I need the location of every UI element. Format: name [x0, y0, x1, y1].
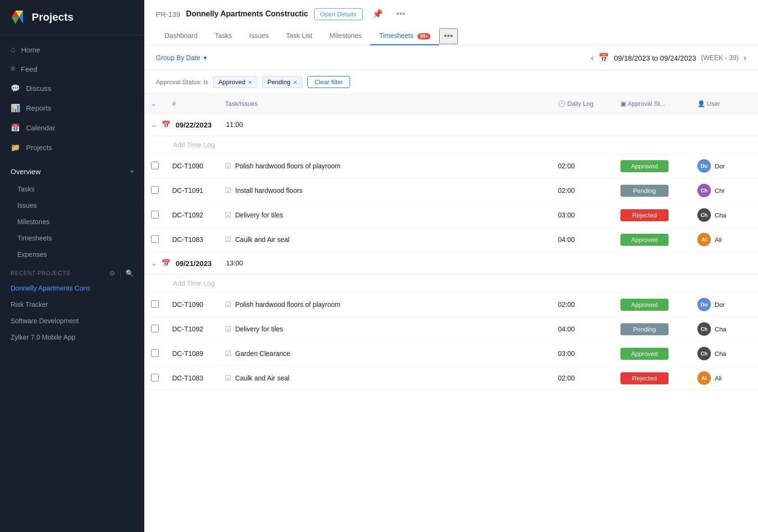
task-icon: ☑ — [225, 235, 231, 244]
task-checkbox[interactable] — [151, 211, 159, 218]
avatar: Do — [697, 298, 711, 311]
row-checkbox-cell — [144, 228, 165, 252]
more-options-icon[interactable]: ••• — [392, 7, 409, 21]
th-daily-log: 🕐 Daily Log — [551, 94, 614, 114]
task-icon: ☑ — [225, 162, 231, 170]
filter-label: Approval Status: Is — [156, 78, 208, 86]
avatar: Al — [697, 233, 711, 246]
date-group-row: ⌄ 📅 09/22/2023 11:00 — [144, 114, 758, 136]
main-content: PR-139 Donnelly Apartments Constructic O… — [144, 0, 758, 532]
user-name: Cha — [715, 326, 726, 333]
collapse-all-icon[interactable]: ⌄ — [151, 100, 156, 107]
approval-badge: Approved — [620, 348, 669, 360]
sidebar-overview-label: Overview — [11, 167, 41, 176]
week-label: (WEEK - 39) — [701, 54, 739, 62]
recent-project-software-dev[interactable]: Software Development — [0, 313, 144, 329]
task-checkbox[interactable] — [151, 349, 159, 357]
sidebar-nav: ⌂ Home ≡ Feed 💬 Discuss 📊 Reports 📅 Cale… — [0, 35, 144, 162]
task-checkbox[interactable] — [151, 162, 159, 169]
avatar: Ch — [697, 322, 711, 336]
filter-tag-pending: Pending × — [262, 76, 303, 88]
sidebar-logo: Projects — [0, 0, 144, 35]
user-cell: Al Ali — [691, 366, 758, 391]
projects-icon: 📁 — [11, 143, 20, 152]
remove-pending-filter[interactable]: × — [293, 79, 297, 86]
prev-week-button[interactable]: ‹ — [591, 53, 594, 63]
filter-icon[interactable]: ⚙ — [109, 269, 116, 277]
sidebar-item-calendar-label: Calendar — [26, 124, 55, 132]
clear-filter-button[interactable]: Clear filter — [307, 76, 350, 88]
recent-project-donnelly[interactable]: Donnelly Apartments Cons — [0, 280, 144, 296]
sidebar-item-reports[interactable]: 📊 Reports — [0, 98, 144, 118]
sidebar: Projects ⌂ Home ≡ Feed 💬 Discuss 📊 Repor… — [0, 0, 144, 532]
tab-dashboard[interactable]: Dashboard — [156, 27, 206, 45]
task-checkbox[interactable] — [151, 186, 159, 194]
daily-log: 03:00 — [551, 342, 614, 366]
task-checkbox[interactable] — [151, 374, 159, 381]
add-time-log-cell[interactable]: Add Time Log — [144, 136, 758, 154]
sidebar-item-projects[interactable]: 📁 Projects — [0, 138, 144, 157]
task-checkbox[interactable] — [151, 235, 159, 243]
pin-icon[interactable]: 📌 — [368, 7, 387, 21]
collapse-group-icon[interactable]: ⌄ — [151, 259, 157, 267]
user-name: Chr — [715, 187, 725, 194]
sidebar-overview[interactable]: Overview ▾ — [0, 162, 144, 181]
user-cell: Ch Cha — [691, 317, 758, 342]
collapse-group-icon[interactable]: ⌄ — [151, 121, 157, 128]
table-row: DC-T1089 ☑ Garden Clearance 03:00 Approv… — [144, 342, 758, 366]
sidebar-item-calendar[interactable]: 📅 Calendar — [0, 118, 144, 138]
tab-issues[interactable]: Issues — [240, 27, 277, 45]
task-name: Install hardwood floors — [235, 187, 303, 194]
sidebar-sub-milestones[interactable]: Milestones — [0, 214, 144, 230]
open-details-button[interactable]: Open Details — [314, 8, 363, 20]
timesheet-table: ⌄ # Task/Issues 🕐 Daily Log ▣ Approval S… — [144, 94, 758, 391]
user-cell: Ch Cha — [691, 203, 758, 228]
sidebar-sub-timesheets[interactable]: Timesheets — [0, 230, 144, 246]
remove-approved-filter[interactable]: × — [248, 79, 252, 86]
more-tabs-button[interactable]: ••• — [439, 28, 458, 44]
task-checkbox[interactable] — [151, 300, 159, 308]
tab-task-list[interactable]: Task List — [278, 27, 321, 45]
approval-badge: Approved — [620, 234, 669, 246]
sidebar-item-discuss[interactable]: 💬 Discuss — [0, 78, 144, 98]
recent-project-zylker[interactable]: Zylker 7.0 Mobile App — [0, 329, 144, 345]
approval-badge: Pending — [620, 185, 669, 197]
tab-milestones[interactable]: Milestones — [321, 27, 370, 45]
add-time-log-cell[interactable]: Add Time Log — [144, 275, 758, 292]
date-label: 09/21/2023 — [176, 259, 212, 267]
add-time-log-row: Add Time Log — [144, 275, 758, 292]
sidebar-sub-issues[interactable]: Issues — [0, 197, 144, 214]
project-id: PR-139 — [156, 10, 180, 18]
task-checkbox[interactable] — [151, 325, 159, 332]
tab-timesheets[interactable]: Timesheets 99+ — [370, 27, 439, 45]
filter-row: Approval Status: Is Approved × Pending ×… — [144, 70, 758, 94]
sidebar-sub-expenses[interactable]: Expenses — [0, 246, 144, 263]
tab-tasks[interactable]: Tasks — [206, 27, 241, 45]
group-by-button[interactable]: Group By Date ▾ — [156, 54, 207, 62]
task-name: Delivery for tiles — [235, 325, 283, 333]
toolbar-row: Group By Date ▾ ‹ 📅 09/18/2023 to 09/24/… — [144, 46, 758, 70]
recent-project-risk-tracker[interactable]: Risk Tracker — [0, 296, 144, 313]
next-week-button[interactable]: › — [744, 53, 746, 63]
project-name: Donnelly Apartments Constructic — [186, 10, 308, 18]
approval-status-cell: Pending — [614, 317, 691, 342]
discuss-icon: 💬 — [11, 84, 20, 93]
task-id: DC-T1092 — [165, 203, 218, 228]
sidebar-sub-tasks[interactable]: Tasks — [0, 181, 144, 197]
reports-icon: 📊 — [11, 103, 20, 113]
home-icon: ⌂ — [11, 45, 15, 54]
task-cell: ☑ Caulk and Air seal — [218, 228, 551, 252]
search-icon[interactable]: 🔍 — [126, 269, 134, 277]
date-total: 11:00 — [226, 121, 243, 128]
sidebar-item-feed[interactable]: ≡ Feed — [0, 59, 144, 78]
sidebar-item-reports-label: Reports — [26, 104, 51, 112]
approval-status-cell: Approved — [614, 342, 691, 366]
user-name: Cha — [715, 350, 726, 357]
row-checkbox-cell — [144, 366, 165, 391]
user-cell: Ch Cha — [691, 342, 758, 366]
row-checkbox-cell — [144, 342, 165, 366]
table-row: DC-T1083 ☑ Caulk and Air seal 02:00 Reje… — [144, 366, 758, 391]
approval-status-cell: Approved — [614, 228, 691, 252]
row-checkbox-cell — [144, 178, 165, 203]
sidebar-item-home[interactable]: ⌂ Home — [0, 40, 144, 59]
